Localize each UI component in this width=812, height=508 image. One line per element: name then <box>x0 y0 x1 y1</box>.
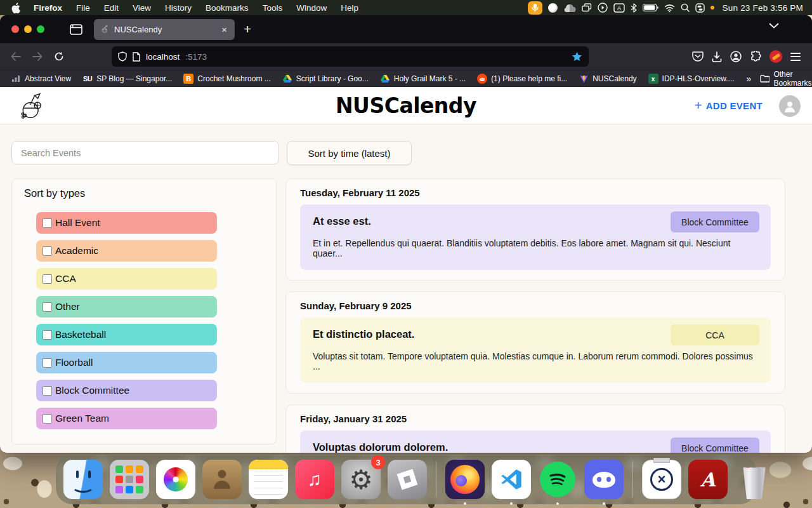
menu-view[interactable]: View <box>126 0 158 15</box>
bookmark-reddit[interactable]: (1) Please help me fi... <box>471 72 573 86</box>
checkbox[interactable] <box>43 246 52 256</box>
checkbox[interactable] <box>43 358 52 368</box>
filter-label: Other <box>55 301 80 312</box>
checkbox[interactable] <box>43 274 52 284</box>
filters-title: Sort by types <box>24 187 276 199</box>
control-center-icon[interactable] <box>695 0 705 15</box>
checkbox[interactable] <box>43 414 52 424</box>
tab-close-icon[interactable]: × <box>220 24 228 35</box>
roblox-dock-icon[interactable] <box>388 460 427 499</box>
filter-basketeball[interactable]: Basketeball <box>36 324 217 345</box>
bookmarks-overflow-chevron[interactable]: » <box>740 74 758 84</box>
filter-block-committee[interactable]: Block Committee <box>36 380 217 401</box>
account-icon[interactable] <box>730 51 742 62</box>
bluetooth-icon[interactable] <box>631 0 637 15</box>
filter-other[interactable]: Other <box>36 296 217 318</box>
menu-window[interactable]: Window <box>289 0 334 15</box>
page-info-icon[interactable] <box>133 52 140 62</box>
checkbox[interactable] <box>43 302 52 312</box>
new-tab-button[interactable]: + <box>244 22 251 37</box>
zoom-window-button[interactable] <box>37 25 44 33</box>
contacts-dock-icon[interactable] <box>202 460 242 499</box>
filter-cca[interactable]: CCA <box>36 268 217 290</box>
menu-edit[interactable]: Edit <box>97 0 126 15</box>
discord-dock-icon[interactable] <box>584 460 624 499</box>
spotlight-search-icon[interactable] <box>681 0 690 15</box>
bookmark-abstract-view[interactable]: Abstract View <box>5 72 77 86</box>
shield-icon[interactable] <box>118 51 127 62</box>
other-bookmarks-label: Other Bookmarks <box>773 70 811 88</box>
play-circle-icon[interactable] <box>598 0 608 15</box>
bookmark-script-library[interactable]: Script Library - Goo... <box>277 72 374 86</box>
event-date: Sunday, February 9 2025 <box>300 300 771 311</box>
menu-history[interactable]: History <box>158 0 199 15</box>
extensions-puzzle-icon[interactable] <box>750 51 761 62</box>
bookmark-label: SP Blog — Singapor... <box>96 74 172 83</box>
event-card[interactable]: Friday, January 31 2025 Voluptas dolorum… <box>285 404 785 453</box>
status-dot <box>710 6 714 10</box>
bookmark-nuscalendy[interactable]: NUSCalendy <box>573 72 642 86</box>
dock-separator <box>436 462 436 497</box>
menu-file[interactable]: File <box>69 0 97 15</box>
circle-x-app-dock-icon[interactable]: × <box>642 460 681 499</box>
bookmark-sp-blog[interactable]: SU SP Blog — Singapor... <box>77 72 178 86</box>
tab-list-chevron-icon[interactable] <box>769 23 779 29</box>
minimize-window-button[interactable] <box>24 25 32 33</box>
input-source-icon[interactable]: A <box>613 0 625 15</box>
finder-dock-icon[interactable] <box>63 460 103 499</box>
browser-tab-nuscalendy[interactable]: NUSCalendy × <box>94 19 235 40</box>
menu-tools[interactable]: Tools <box>256 0 290 15</box>
page-title: NUSCalendy <box>0 93 812 118</box>
battery-icon[interactable] <box>643 0 658 15</box>
focus-moon-icon[interactable] <box>548 3 558 13</box>
cloud-icon[interactable] <box>563 0 576 15</box>
firefox-dock-icon[interactable] <box>445 460 485 499</box>
checkbox[interactable] <box>43 330 52 340</box>
back-button[interactable] <box>6 48 25 65</box>
spotify-dock-icon[interactable] <box>538 460 577 499</box>
event-card[interactable]: Tuesday, February 11 2025 At esse est. B… <box>285 178 785 281</box>
reload-button[interactable] <box>49 48 69 65</box>
google-drive-favicon <box>282 74 292 84</box>
forward-button[interactable] <box>28 48 47 65</box>
checkbox[interactable] <box>43 218 52 228</box>
screen-mirroring-icon[interactable] <box>582 0 592 15</box>
acrobat-dock-icon[interactable]: A <box>688 460 728 499</box>
bookmark-idp-hls[interactable]: x IDP-HLS-Overview.... <box>643 72 740 86</box>
url-bar[interactable]: localhost:5173 <box>112 46 589 67</box>
add-event-button[interactable]: + ADD EVENT <box>695 98 763 113</box>
other-bookmarks[interactable]: Other Bookmarks <box>757 70 812 88</box>
menu-firefox[interactable]: Firefox <box>27 0 69 15</box>
downloads-icon[interactable] <box>712 51 722 62</box>
bookmark-star-icon[interactable] <box>572 51 582 62</box>
sort-by-time-button[interactable]: Sort by time (latest) <box>287 141 412 165</box>
checkbox[interactable] <box>43 386 52 396</box>
filter-green-team[interactable]: Green Team <box>36 408 217 429</box>
vscode-dock-icon[interactable] <box>492 460 531 499</box>
settings-dock-icon[interactable]: ⚙ 3 <box>341 460 381 499</box>
trash-dock-icon[interactable] <box>735 460 774 499</box>
music-dock-icon[interactable]: ♫ <box>295 460 334 499</box>
bookmark-crochet-mushroom[interactable]: B Crochet Mushroom ... <box>178 72 276 86</box>
pocket-icon[interactable] <box>692 51 704 62</box>
avatar[interactable] <box>779 95 801 117</box>
event-card[interactable]: Sunday, February 9 2025 Et distinctio pl… <box>285 291 785 394</box>
firefox-view-icon[interactable] <box>70 24 82 35</box>
search-input[interactable] <box>11 141 279 164</box>
photos-dock-icon[interactable] <box>156 460 195 499</box>
filter-hall-event[interactable]: Hall Event <box>36 212 217 234</box>
menu-bookmarks[interactable]: Bookmarks <box>199 0 256 15</box>
wifi-icon[interactable] <box>664 0 675 15</box>
microphone-icon[interactable] <box>528 1 542 15</box>
bookmark-holy-grail[interactable]: Holy Grail Mark 5 - ... <box>374 72 471 86</box>
notes-dock-icon[interactable] <box>249 460 288 499</box>
filter-academic[interactable]: Academic <box>36 240 217 262</box>
menu-hamburger-icon[interactable] <box>790 53 801 61</box>
adblock-extension-icon[interactable] <box>769 50 782 63</box>
filter-floorball[interactable]: Floorball <box>36 352 217 373</box>
apple-menu[interactable] <box>0 3 27 13</box>
menu-help[interactable]: Help <box>334 0 365 15</box>
menu-bar-clock[interactable]: Sun 23 Feb 3:56 PM <box>723 3 803 13</box>
launchpad-dock-icon[interactable] <box>110 460 149 499</box>
close-window-button[interactable] <box>11 25 19 33</box>
